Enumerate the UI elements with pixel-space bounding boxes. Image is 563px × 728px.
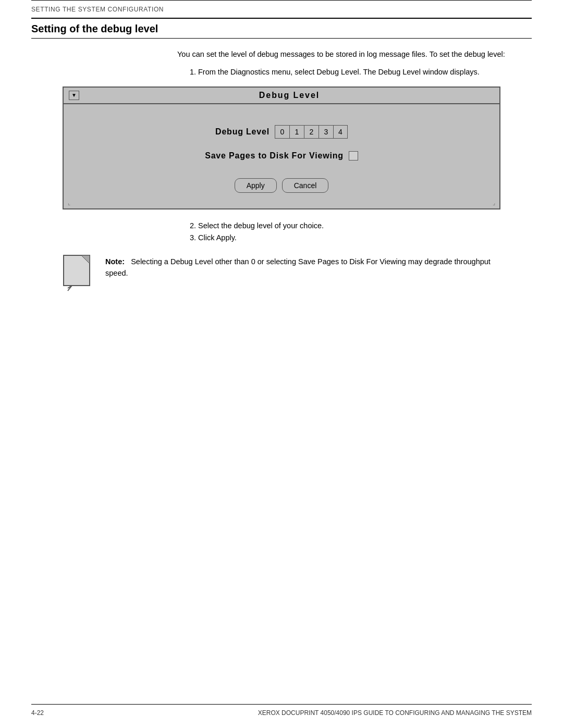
dialog-buttons: Apply Cancel	[235, 178, 329, 193]
level-3-button[interactable]: 3	[319, 125, 333, 139]
intro-text: You can set the level of debug messages …	[177, 49, 532, 60]
note-icon	[63, 254, 95, 287]
level-2-button[interactable]: 2	[304, 125, 319, 139]
step-3: Click Apply.	[198, 232, 532, 244]
footer: 4-22 XEROX DOCUPRINT 4050/4090 IPS GUIDE…	[31, 709, 532, 717]
header-section-label: SETTING THE SYSTEM CONFIGURATION	[31, 6, 164, 13]
resize-handle-right: ⌟	[493, 200, 495, 206]
footer-rule	[31, 704, 532, 705]
step-1: From the Diagnostics menu, select Debug …	[198, 67, 532, 78]
resize-handle-left: ⌞	[68, 200, 70, 206]
dialog-titlebar: ▼ Debug Level	[64, 88, 499, 104]
debug-level-row-label: Debug Level	[215, 127, 270, 137]
level-0-button[interactable]: 0	[275, 125, 289, 139]
footer-page: 4-22	[31, 709, 44, 717]
debug-level-row: Debug Level 0 1 2 3 4	[215, 125, 348, 139]
level-1-button[interactable]: 1	[289, 125, 304, 139]
note-label: Note:	[105, 257, 125, 266]
note-area: Note: Selecting a Debug Level other than…	[63, 254, 500, 287]
dialog-title: Debug Level	[84, 91, 494, 100]
dialog-menu-button[interactable]: ▼	[69, 91, 79, 100]
save-pages-row: Save Pages to Disk For Viewing	[205, 151, 358, 161]
apply-button[interactable]: Apply	[235, 178, 277, 193]
save-pages-checkbox[interactable]	[349, 151, 358, 161]
level-4-button[interactable]: 4	[333, 125, 348, 139]
save-pages-label: Save Pages to Disk For Viewing	[205, 151, 344, 161]
debug-level-dialog: ▼ Debug Level Debug Level 0 1 2 3 4 S	[63, 87, 500, 209]
note-content: Selecting a Debug Level other than 0 or …	[105, 257, 491, 277]
step-2: Select the debug level of your choice.	[198, 220, 532, 232]
footer-center: XEROX DOCUPRINT 4050/4090 IPS GUIDE TO C…	[258, 709, 532, 717]
cancel-button[interactable]: Cancel	[282, 178, 329, 193]
note-text: Note: Selecting a Debug Level other than…	[105, 254, 500, 279]
section-title: Setting of the debug level	[31, 23, 532, 35]
